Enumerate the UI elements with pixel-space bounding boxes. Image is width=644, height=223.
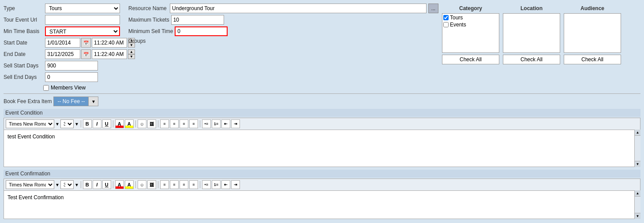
- indent-button[interactable]: ⇥: [231, 119, 240, 128]
- event-confirmation-text: Test Event Confirmation: [7, 194, 64, 201]
- start-time-input[interactable]: [92, 38, 127, 48]
- event-confirmation-scroll-down[interactable]: ▼: [635, 213, 640, 219]
- conf-indent-button[interactable]: ⇥: [231, 180, 240, 189]
- align-right-button[interactable]: ≡: [180, 119, 188, 128]
- book-fee-dropdown-arrow[interactable]: ▼: [89, 97, 98, 106]
- event-condition-scroll-up[interactable]: ▲: [635, 130, 640, 136]
- groups-label: Groups: [128, 38, 146, 44]
- conf-underline-button[interactable]: U: [102, 180, 111, 189]
- event-confirmation-content[interactable]: Test Event Confirmation: [4, 190, 640, 219]
- event-condition-scroll-down[interactable]: ▼: [635, 161, 640, 167]
- align-center-button[interactable]: ≡: [170, 119, 179, 128]
- audience-header: Audience: [580, 5, 604, 11]
- size-arrow-icon: ▼: [75, 122, 79, 126]
- event-condition-size-select[interactable]: 3 124567: [60, 119, 74, 128]
- image-button[interactable]: 🖼: [147, 119, 156, 128]
- tour-event-url-input[interactable]: [45, 15, 120, 25]
- end-date-input[interactable]: [45, 49, 80, 59]
- toolbar-separator-5: [200, 120, 200, 127]
- start-date-calendar-icon[interactable]: 📅: [81, 38, 91, 48]
- category-events-checkbox[interactable]: [443, 22, 449, 27]
- conf-number-list-button[interactable]: 1≡: [212, 180, 221, 189]
- maximum-tickets-label: Maximum Tickets: [128, 17, 169, 23]
- conf-highlight-button[interactable]: A: [125, 180, 134, 189]
- min-time-basis-select[interactable]: START END: [45, 26, 120, 36]
- tour-event-url-label: Tour Event Url: [4, 17, 43, 23]
- event-confirmation-size-select[interactable]: 3 124567: [60, 180, 74, 189]
- sell-end-days-label: Sell End Days: [4, 74, 43, 80]
- event-condition-content[interactable]: test Event Condition: [4, 130, 640, 167]
- category-tours-checkbox[interactable]: [443, 15, 449, 20]
- category-listbox: Tours Events: [442, 13, 499, 53]
- conf-font-arrow-icon: ▼: [55, 182, 60, 187]
- resource-name-label: Resource Name: [128, 5, 168, 11]
- end-time-input[interactable]: [92, 49, 127, 59]
- location-listbox: [503, 13, 560, 53]
- conf-align-left-button[interactable]: ≡: [160, 180, 169, 189]
- toolbar-separator-1: [81, 120, 81, 127]
- conf-image-button[interactable]: 🖼: [147, 180, 156, 189]
- align-justify-button[interactable]: ≡: [189, 119, 198, 128]
- event-confirmation-scroll-up[interactable]: ▲: [635, 190, 640, 197]
- members-view-label: Members View: [51, 85, 86, 91]
- location-check-all-button[interactable]: Check All: [503, 55, 560, 64]
- maximum-tickets-input[interactable]: [171, 15, 224, 25]
- event-condition-label: Event Condition: [4, 109, 640, 117]
- start-date-input[interactable]: [45, 38, 80, 48]
- members-view-checkbox[interactable]: [43, 85, 49, 91]
- toolbar-separator-2: [113, 120, 113, 127]
- conf-toolbar-separator-1: [81, 181, 81, 188]
- event-confirmation-toolbar: Times New Roman Arial ▼ 3 124567 ▼ B I U…: [4, 178, 640, 190]
- smiley-button[interactable]: ☺: [138, 119, 146, 128]
- audience-listbox: [564, 13, 621, 53]
- event-confirmation-scrollbar[interactable]: ▲ ▼: [634, 190, 640, 219]
- conf-bullet-list-button[interactable]: •≡: [202, 180, 211, 189]
- sell-start-days-input[interactable]: [45, 61, 98, 71]
- start-date-label: Start Date: [4, 40, 43, 46]
- conf-toolbar-separator-4: [158, 181, 158, 188]
- category-header: Category: [459, 5, 482, 11]
- sell-end-days-input[interactable]: [45, 72, 98, 82]
- type-label: Type: [4, 5, 43, 11]
- bullet-list-button[interactable]: •≡: [202, 119, 211, 128]
- outdent-button[interactable]: ⇤: [221, 119, 230, 128]
- conf-align-right-button[interactable]: ≡: [180, 180, 188, 189]
- font-color-button[interactable]: A: [115, 119, 124, 128]
- browse-button[interactable]: ...: [428, 4, 438, 13]
- audience-check-all-button[interactable]: Check All: [564, 55, 621, 64]
- conf-font-color-button[interactable]: A: [115, 180, 124, 189]
- align-left-button[interactable]: ≡: [160, 119, 169, 128]
- toolbar-separator-4: [158, 120, 158, 127]
- conf-align-center-button[interactable]: ≡: [170, 180, 179, 189]
- conf-align-justify-button[interactable]: ≡: [189, 180, 198, 189]
- category-events-label: Events: [450, 22, 466, 28]
- category-check-all-button[interactable]: Check All: [442, 55, 499, 64]
- sell-start-days-label: Sell Start Days: [4, 63, 43, 69]
- event-condition-toolbar: Times New Roman Arial ▼ 3 124567 ▼ B I U…: [4, 118, 640, 130]
- location-header: Location: [520, 5, 543, 11]
- bold-button[interactable]: B: [83, 119, 92, 128]
- type-select[interactable]: Tours Events Activities: [45, 4, 120, 13]
- category-tours-label: Tours: [450, 15, 463, 21]
- event-condition-scrollbar[interactable]: ▲ ▼: [634, 130, 640, 167]
- minimum-sell-time-input[interactable]: [175, 26, 228, 36]
- resource-name-input[interactable]: [170, 4, 427, 13]
- conf-bold-button[interactable]: B: [83, 180, 92, 189]
- event-confirmation-font-select[interactable]: Times New Roman Arial: [6, 180, 54, 189]
- event-condition-text: test Event Condition: [7, 134, 55, 140]
- font-arrow-icon: ▼: [55, 122, 60, 126]
- underline-button[interactable]: U: [102, 119, 111, 128]
- end-date-calendar-icon[interactable]: 📅: [81, 49, 91, 59]
- min-time-basis-label: Min Time Basis: [4, 28, 43, 34]
- event-condition-editor-wrapper: test Event Condition ▲ ▼: [4, 130, 640, 167]
- book-fee-value: -- No Fee --: [53, 97, 89, 106]
- event-condition-font-select[interactable]: Times New Roman Arial: [6, 119, 54, 128]
- conf-size-arrow-icon: ▼: [75, 182, 79, 187]
- toolbar-separator-3: [135, 120, 136, 127]
- conf-outdent-button[interactable]: ⇤: [221, 180, 230, 189]
- conf-italic-button[interactable]: I: [93, 180, 101, 189]
- conf-smiley-button[interactable]: ☺: [138, 180, 146, 189]
- italic-button[interactable]: I: [93, 119, 101, 128]
- number-list-button[interactable]: 1≡: [212, 119, 221, 128]
- highlight-button[interactable]: A: [125, 119, 134, 128]
